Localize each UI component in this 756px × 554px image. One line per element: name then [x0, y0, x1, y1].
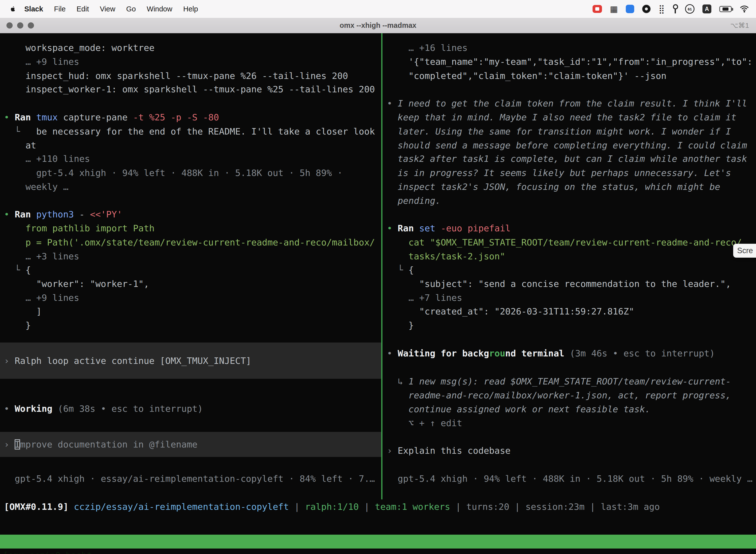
- wifi-icon[interactable]: [740, 5, 749, 13]
- ran-command-line: • Ran tmux capture-pane -t %25 -p -S -80: [4, 110, 381, 124]
- input-source-icon[interactable]: A: [702, 4, 711, 13]
- window-title: omx --xhigh --madmax: [339, 21, 416, 30]
- output-ellipsis: … +16 lines: [387, 41, 756, 55]
- text-segment: {: [408, 265, 414, 275]
- text-segment: … +9 lines: [4, 293, 79, 303]
- context-usage-line: gpt-5.4 xhigh · 94% left · 488K in · 5.1…: [4, 166, 381, 180]
- zoom-button[interactable]: [28, 22, 34, 29]
- output-line: inspect_hud: omx sparkshell --tmux-pane …: [4, 69, 381, 83]
- text-segment: … +9 lines: [4, 57, 79, 67]
- pane-divider[interactable]: [381, 33, 382, 499]
- text-segment: turns:20: [466, 502, 509, 512]
- output-line: inspect_worker-1: omx sparkshell --tmux-…: [4, 82, 381, 96]
- text-segment: [OMX#0.11.9]: [4, 502, 74, 512]
- text-segment: is in progress? It seems likely but perh…: [397, 168, 731, 178]
- text-segment: Waiting for backg: [397, 348, 489, 358]
- text-segment: set: [419, 223, 441, 233]
- menu-go[interactable]: Go: [126, 5, 136, 13]
- screen-share-popup[interactable]: Scre: [733, 244, 756, 258]
- text-segment: workspace_mode: worktree: [4, 43, 154, 53]
- dots-grid-icon[interactable]: ⣿: [658, 5, 665, 13]
- text-cursor: I: [15, 439, 20, 449]
- tmux-status-bar: [omx-cczip0:bash* "MacBook-Pro-44.local"…: [0, 535, 756, 549]
- text-segment: [387, 196, 397, 206]
- text-segment: -: [79, 209, 90, 219]
- blue-app-icon[interactable]: [626, 5, 634, 13]
- text-segment: '{"team_name":"my-team","task_id":"1","f…: [387, 57, 753, 67]
- text-segment: [4, 223, 25, 233]
- text-segment: ›: [4, 356, 15, 366]
- screen-recording-icon[interactable]: [592, 5, 602, 13]
- menu-file[interactable]: File: [54, 5, 66, 13]
- window-titlebar[interactable]: omx --xhigh --madmax ⌥⌘1: [0, 18, 756, 33]
- key-icon[interactable]: [673, 4, 677, 14]
- text-segment: -t %25 -p -S -80: [133, 112, 219, 122]
- window-grid-icon[interactable]: ▦: [610, 5, 618, 13]
- tmux-session-name: [omx-cczip0:bash*: [3, 549, 92, 554]
- output-line: '{"team_name":"my-team","task_id":"1","f…: [387, 55, 756, 69]
- menu-help[interactable]: Help: [183, 5, 198, 13]
- result-line: └ be necessary for the end of the README…: [4, 125, 381, 138]
- text-segment: team:1 workers: [375, 502, 450, 512]
- thinking-line: task2 after task1 is complete, but can I…: [387, 152, 756, 166]
- apple-menu-icon[interactable]: [9, 5, 16, 12]
- text-segment: ›: [387, 446, 397, 456]
- cpu-gauge-icon[interactable]: 61: [685, 4, 694, 14]
- result-line: └ {: [4, 263, 381, 277]
- text-segment: ⌥ + ↑ edit: [387, 418, 462, 428]
- text-segment: … +7 lines: [387, 293, 462, 303]
- text-segment: •: [4, 112, 15, 122]
- terminal-content: workspace_mode: worktree … +9 lines insp…: [0, 33, 756, 554]
- text-segment: 1 new msg(s): read $OMX_TEAM_STATE_ROOT/…: [408, 376, 731, 386]
- mailbox-message-line: ↳ 1 new msg(s): read $OMX_TEAM_STATE_ROO…: [387, 375, 756, 388]
- output-ellipsis: … +9 lines: [4, 291, 381, 305]
- text-segment: … +110 lines: [4, 154, 90, 164]
- text-segment: [387, 182, 397, 192]
- text-segment: task2 after task1 is complete, but can I…: [397, 154, 747, 164]
- composer-input[interactable]: › Improve documentation in @filename: [0, 432, 381, 457]
- thinking-line: pending.: [387, 194, 756, 208]
- menu-window[interactable]: Window: [147, 5, 172, 13]
- thinking-line: is in progress? It seems likely but perh…: [387, 166, 756, 180]
- text-segment: Explain this codebase: [397, 446, 510, 456]
- mailbox-message-line: readme-and-reco/mailbox/worker-1.json, a…: [387, 388, 756, 402]
- menubar: Slack FileEditViewGoWindowHelp ▦ ⣿ 61 A: [0, 0, 756, 18]
- output-ellipsis: … +7 lines: [387, 291, 756, 305]
- text-segment: "completed","claim_token":"claim-token"}…: [387, 71, 667, 81]
- text-segment: |: [450, 502, 466, 512]
- battery-fill: [722, 7, 729, 11]
- text-segment: Ralph loop active continue [OMX_TMUX_INJ…: [15, 356, 251, 366]
- text-segment: {: [25, 265, 31, 275]
- menu-edit[interactable]: Edit: [77, 5, 89, 13]
- menu-view[interactable]: View: [100, 5, 115, 13]
- close-button[interactable]: [6, 22, 13, 29]
- text-segment: ↳: [387, 376, 408, 386]
- result-line: }: [4, 319, 381, 332]
- result-line: "subject": "send a concise recommendatio…: [387, 277, 756, 291]
- tmux-pane-left[interactable]: workspace_mode: worktree … +9 lines insp…: [0, 33, 381, 554]
- output-ellipsis: … +3 lines: [4, 250, 381, 263]
- text-segment: continue assigned work or next feasible …: [408, 404, 650, 414]
- active-app-name[interactable]: Slack: [24, 5, 43, 13]
- tmux-pane-right[interactable]: … +16 lines '{"team_name":"my-team","tas…: [383, 33, 756, 554]
- ralph-loop-notice[interactable]: › Ralph loop active continue [OMX_TMUX_I…: [0, 342, 381, 379]
- text-segment: be necessary for the end of the README. …: [36, 126, 375, 136]
- code-line: p = Path('.omx/state/team/review-current…: [4, 235, 381, 250]
- text-segment: [387, 237, 408, 247]
- text-segment: gpt-5.4 xhigh · 94% left · 488K in · 5.1…: [387, 474, 753, 484]
- menubar-status-icons: ▦ ⣿ 61 A: [592, 4, 749, 14]
- ran-command-line: • Ran python3 - <<'PY': [4, 208, 381, 221]
- minimize-button[interactable]: [17, 22, 23, 29]
- thinking-line: keep that in mind. Maybe I also need the…: [387, 110, 756, 124]
- dark-app-icon[interactable]: [642, 5, 650, 13]
- result-line: at: [4, 138, 381, 152]
- text-segment: |: [359, 502, 375, 512]
- text-segment: "subject": "send a concise recommendatio…: [387, 279, 731, 289]
- output-line: workspace_mode: worktree: [4, 41, 381, 55]
- apple-logo: [9, 5, 16, 12]
- text-segment: … +3 lines: [4, 251, 79, 261]
- text-segment: readme-and-reco/mailbox/worker-1.json, a…: [408, 390, 731, 400]
- text-segment: |: [509, 502, 525, 512]
- text-segment: |: [585, 502, 601, 512]
- battery-icon[interactable]: [719, 6, 732, 12]
